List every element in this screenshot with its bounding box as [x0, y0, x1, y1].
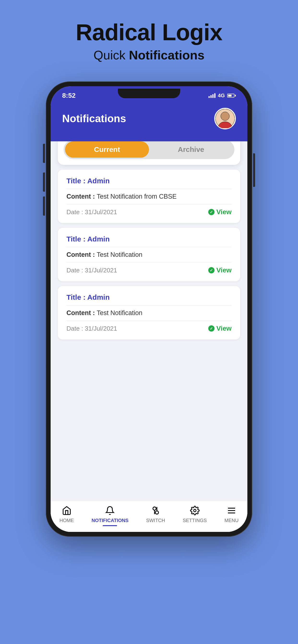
tab-switcher: Current Archive: [64, 141, 234, 159]
network-label: 4G: [218, 92, 225, 99]
nav-label-settings: SETTINGS: [183, 518, 207, 523]
nav-item-switch[interactable]: SWITCH: [141, 505, 170, 523]
tab-container: Current Archive: [58, 141, 240, 165]
notif-content-1: Content : Test Notification from CBSE: [66, 193, 232, 204]
svg-point-3: [153, 507, 156, 510]
content-area: Current Archive Title : Admin Content : …: [51, 141, 247, 532]
check-icon-3: ✓: [208, 325, 215, 332]
avatar[interactable]: [214, 108, 236, 130]
nav-label-notifications: NOTIFICATIONS: [91, 518, 128, 523]
view-label-3: View: [216, 325, 232, 332]
content-label-2: Content :: [66, 251, 97, 258]
content-value-1: Test Notification from CBSE: [97, 193, 177, 200]
battery-icon: [227, 94, 236, 98]
check-icon-1: ✓: [208, 209, 215, 215]
content-value-2: Test Notification: [97, 251, 142, 258]
status-icons: 4G: [209, 92, 236, 99]
nav-label-switch: SWITCH: [146, 518, 165, 523]
app-subtitle: Quick Notifications: [94, 48, 204, 62]
view-link-2[interactable]: ✓ View: [208, 266, 232, 274]
status-time: 8:52: [62, 92, 76, 100]
tab-current[interactable]: Current: [65, 141, 149, 158]
subtitle-normal: Quick: [94, 48, 129, 62]
bottom-nav: HOME NOTIFICATIONS: [51, 501, 247, 532]
notif-title-1: Title : Admin: [66, 177, 232, 189]
notif-footer-2: Date : 31/Jul/2021 ✓ View: [66, 266, 232, 274]
phone-frame: 8:52 4G Notifications: [46, 82, 252, 537]
check-icon-2: ✓: [208, 267, 215, 273]
bell-icon: [104, 505, 116, 516]
notif-title-2: Title : Admin: [66, 235, 232, 247]
nav-item-settings[interactable]: SETTINGS: [178, 505, 212, 523]
home-icon: [61, 505, 72, 516]
notification-card-2: Title : Admin Content : Test Notificatio…: [58, 228, 240, 281]
signal-icon: [209, 93, 215, 98]
notch: [118, 89, 180, 98]
notif-content-2: Content : Test Notification: [66, 251, 232, 262]
notif-title-3: Title : Admin: [66, 293, 232, 306]
tab-archive[interactable]: Archive: [149, 141, 233, 158]
svg-point-1: [221, 112, 229, 120]
notif-footer-1: Date : 31/Jul/2021 ✓ View: [66, 208, 232, 216]
nav-label-menu: MENU: [224, 518, 238, 523]
notif-content-3: Content : Test Notification: [66, 309, 232, 321]
settings-icon: [189, 505, 201, 516]
notification-card-1: Title : Admin Content : Test Notificatio…: [58, 170, 240, 223]
menu-icon: [226, 505, 237, 516]
svg-point-5: [194, 509, 196, 512]
app-title: Radical Logix: [76, 19, 222, 46]
content-label-1: Content :: [66, 193, 97, 200]
nav-label-home: HOME: [60, 518, 74, 523]
notif-date-2: Date : 31/Jul/2021: [66, 267, 117, 274]
nav-item-menu[interactable]: MENU: [220, 505, 243, 523]
nav-item-home[interactable]: HOME: [55, 505, 79, 523]
phone-screen: 8:52 4G Notifications: [51, 86, 247, 532]
view-label-2: View: [216, 266, 232, 274]
header-title: Notifications: [62, 112, 126, 124]
notif-date-3: Date : 31/Jul/2021: [66, 325, 117, 332]
notifications-list: Title : Admin Content : Test Notificatio…: [51, 165, 247, 501]
notification-card-3: Title : Admin Content : Test Notificatio…: [58, 286, 240, 340]
view-label-1: View: [216, 208, 232, 216]
nav-active-indicator: [103, 525, 117, 526]
notif-footer-3: Date : 31/Jul/2021 ✓ View: [66, 325, 232, 332]
content-label-3: Content :: [66, 309, 97, 316]
view-link-3[interactable]: ✓ View: [208, 325, 232, 332]
subtitle-bold: Notifications: [129, 48, 204, 62]
view-link-1[interactable]: ✓ View: [208, 208, 232, 216]
app-header: Notifications: [51, 103, 247, 141]
svg-point-4: [155, 511, 158, 514]
nav-item-notifications[interactable]: NOTIFICATIONS: [87, 505, 133, 526]
content-value-3: Test Notification: [97, 309, 142, 316]
notif-date-1: Date : 31/Jul/2021: [66, 208, 117, 216]
switch-icon: [150, 505, 162, 516]
